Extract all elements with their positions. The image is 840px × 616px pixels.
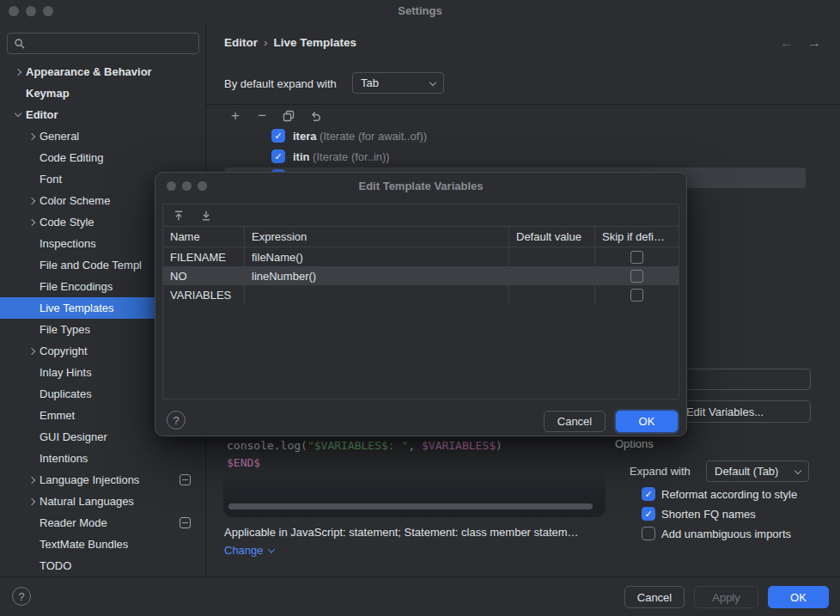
chevron-right-icon[interactable] bbox=[24, 125, 40, 147]
description-field[interactable] bbox=[678, 369, 811, 390]
breadcrumb-separator: › bbox=[264, 36, 268, 49]
breadcrumb-live-templates[interactable]: Live Templates bbox=[274, 36, 357, 49]
modal-help-button[interactable]: ? bbox=[167, 411, 186, 430]
template-checkbox[interactable] bbox=[271, 129, 285, 143]
chevron-spacer bbox=[24, 254, 40, 276]
skip-checkbox[interactable] bbox=[630, 289, 643, 302]
chevron-right-icon[interactable] bbox=[24, 491, 40, 512]
template-description: (Iterate (for..in)) bbox=[310, 150, 390, 163]
sidebar-item-label: Inspections bbox=[40, 237, 96, 250]
sidebar-item-label: Reader Mode bbox=[40, 516, 107, 529]
modal-cancel-button[interactable]: Cancel bbox=[544, 411, 606, 432]
variables-column-header-default-value[interactable]: Default value bbox=[509, 227, 595, 247]
window-titlebar: Settings bbox=[0, 0, 840, 22]
modal-ok-button[interactable]: OK bbox=[616, 411, 678, 432]
template-row-itin[interactable]: itin (Iterate (for..in)) bbox=[224, 146, 806, 167]
chevron-right-icon[interactable] bbox=[24, 211, 40, 233]
sidebar-item-label: File Types bbox=[40, 323, 90, 336]
template-description: (Iterate (for await..of)) bbox=[316, 130, 427, 143]
applicable-contexts-text: Applicable in JavaScript: statement; Sta… bbox=[224, 526, 611, 539]
move-up-button[interactable] bbox=[172, 209, 186, 223]
horizontal-scrollbar[interactable] bbox=[228, 503, 593, 509]
duplicate-template-button[interactable] bbox=[282, 109, 295, 123]
template-label: itera (Iterate (for await..of)) bbox=[293, 130, 427, 143]
sidebar-item-label: General bbox=[40, 130, 79, 143]
add-template-button[interactable]: + bbox=[228, 109, 242, 123]
chevron-spacer bbox=[24, 319, 40, 340]
chevron-down-icon[interactable] bbox=[10, 104, 26, 125]
variable-skip-cell bbox=[595, 247, 679, 266]
code-token: , bbox=[408, 439, 422, 452]
chevron-spacer bbox=[24, 512, 40, 534]
change-context-link[interactable]: Change bbox=[224, 544, 274, 557]
template-toolbar: + − bbox=[228, 107, 322, 125]
chevron-spacer bbox=[24, 534, 40, 555]
remove-template-button[interactable]: − bbox=[255, 109, 269, 123]
chevron-right-icon[interactable] bbox=[24, 469, 40, 491]
dialog-footer: ? Cancel Apply OK bbox=[0, 576, 840, 616]
variable-expression-cell bbox=[245, 285, 509, 304]
variables-column-header-expression[interactable]: Expression bbox=[245, 227, 509, 247]
sidebar-item-textmate-bundles[interactable]: TextMate Bundles bbox=[0, 534, 204, 555]
code-token: "$VARIABLES$: " bbox=[307, 439, 408, 452]
sidebar-item-label: Keymap bbox=[26, 87, 70, 100]
sidebar-item-general[interactable]: General bbox=[0, 125, 204, 147]
variables-column-header-skip-if-defi[interactable]: Skip if defi… bbox=[595, 227, 679, 247]
sidebar-item-label: Code Editing bbox=[40, 151, 103, 164]
option-shorten-fq-names[interactable]: Shorten FQ names bbox=[642, 505, 797, 522]
sidebar-item-label: Live Templates bbox=[40, 302, 113, 314]
sidebar-item-language-injections[interactable]: Language Injections bbox=[0, 469, 204, 491]
sidebar-item-reader-mode[interactable]: Reader Mode bbox=[0, 512, 204, 534]
skip-checkbox[interactable] bbox=[630, 251, 643, 264]
default-expand-select[interactable]: Tab bbox=[352, 72, 444, 94]
breadcrumb-editor[interactable]: Editor bbox=[224, 36, 258, 49]
variable-default-cell bbox=[509, 266, 595, 285]
chevron-spacer bbox=[24, 147, 40, 168]
sidebar-item-label: TextMate Bundles bbox=[40, 538, 128, 551]
forward-button[interactable]: → bbox=[807, 35, 821, 51]
template-checkbox[interactable] bbox=[271, 149, 285, 163]
option-checkbox[interactable] bbox=[642, 507, 655, 521]
sidebar-item-editor[interactable]: Editor bbox=[0, 104, 204, 125]
chevron-right-icon[interactable] bbox=[24, 340, 40, 362]
search-input[interactable] bbox=[7, 33, 199, 54]
modal-title: Edit Template Variables bbox=[155, 180, 686, 192]
sidebar-item-code-editing[interactable]: Code Editing bbox=[0, 147, 204, 168]
cancel-button[interactable]: Cancel bbox=[624, 586, 685, 608]
option-checkbox[interactable] bbox=[642, 527, 655, 540]
code-token: ) bbox=[496, 439, 502, 452]
chevron-spacer bbox=[24, 383, 40, 405]
sidebar-item-label: Editor bbox=[26, 108, 58, 121]
sidebar-item-appearance-behavior[interactable]: Appearance & Behavior bbox=[0, 61, 204, 82]
ok-button[interactable]: OK bbox=[768, 586, 829, 608]
variable-row-no[interactable]: NOlineNumber() bbox=[163, 266, 679, 285]
sidebar-item-intentions[interactable]: Intentions bbox=[0, 448, 204, 469]
variable-row-filename[interactable]: FILENAMEfileName() bbox=[163, 247, 679, 266]
expand-with-select[interactable]: Default (Tab) bbox=[706, 460, 809, 482]
duplicate-icon bbox=[283, 110, 295, 122]
apply-button[interactable]: Apply bbox=[694, 586, 758, 608]
chevron-right-icon[interactable] bbox=[10, 61, 26, 82]
variables-column-header-name[interactable]: Name bbox=[163, 227, 245, 247]
variable-default-cell bbox=[509, 247, 595, 266]
sidebar-item-natural-languages[interactable]: Natural Languages bbox=[0, 491, 204, 512]
skip-checkbox[interactable] bbox=[630, 270, 643, 283]
variable-row-variables[interactable]: VARIABLES bbox=[163, 285, 679, 304]
back-button[interactable]: ← bbox=[780, 35, 794, 51]
option-reformat-according-to-style[interactable]: Reformat according to style bbox=[642, 485, 797, 503]
option-label: Reformat according to style bbox=[661, 488, 797, 501]
revert-button[interactable] bbox=[308, 109, 322, 123]
option-add-unambiguous-imports[interactable]: Add unambiguous imports bbox=[642, 525, 797, 542]
sidebar-item-todo[interactable]: TODO bbox=[0, 555, 204, 576]
sidebar-item-label: File and Code Templ bbox=[40, 259, 142, 271]
chevron-spacer bbox=[24, 297, 40, 319]
code-token: $END$ bbox=[227, 456, 260, 469]
template-row-itera[interactable]: itera (Iterate (for await..of)) bbox=[224, 125, 806, 146]
move-down-button[interactable] bbox=[199, 209, 213, 223]
chevron-right-icon[interactable] bbox=[24, 190, 40, 211]
variables-table-header: NameExpressionDefault valueSkip if defi… bbox=[163, 227, 679, 247]
option-checkbox[interactable] bbox=[642, 487, 655, 501]
sidebar-item-keymap[interactable]: Keymap bbox=[0, 82, 204, 104]
editor-scroll-area bbox=[223, 472, 606, 517]
help-button[interactable]: ? bbox=[12, 587, 31, 606]
